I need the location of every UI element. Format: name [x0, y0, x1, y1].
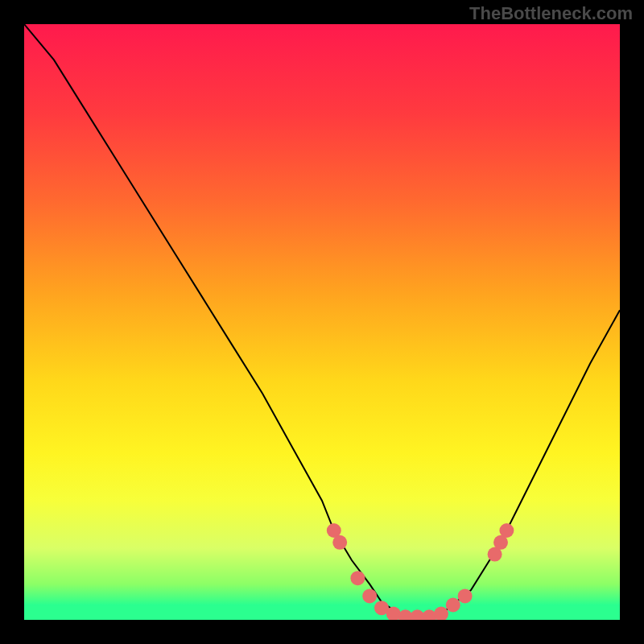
watermark-text: TheBottleneck.com [469, 3, 633, 24]
data-marker [499, 523, 514, 538]
chart-svg [24, 24, 620, 620]
data-marker [458, 588, 473, 603]
chart-plot-area [24, 24, 620, 620]
data-marker [362, 588, 377, 603]
chart-green-floor [24, 605, 620, 621]
chart-background-gradient [24, 24, 620, 620]
data-marker [446, 598, 460, 613]
data-marker [350, 571, 365, 585]
data-marker [332, 535, 347, 550]
